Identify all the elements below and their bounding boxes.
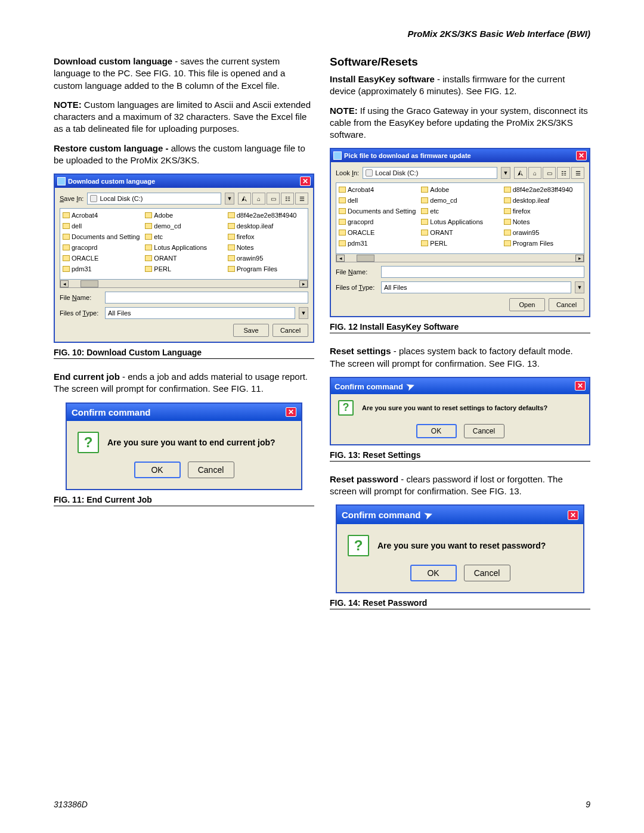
fig11-caption: FIG. 11: End Current Job <box>54 493 314 506</box>
close-icon[interactable]: ✕ <box>286 407 296 417</box>
cancel-button[interactable]: Cancel <box>549 298 584 311</box>
fig10-caption: FIG. 10: Download Custom Language <box>54 345 314 359</box>
ok-button[interactable]: OK <box>134 462 181 478</box>
folder-item[interactable]: Documents and Settings <box>63 231 140 242</box>
folder-item[interactable]: Adobe <box>145 210 222 221</box>
folder-item[interactable]: desktop.ileaf <box>228 221 305 231</box>
fig10-dialog: Download custom language ✕ Save In: Loca… <box>54 174 314 343</box>
folder-item[interactable]: d8f4e2ae2e83ff4940 <box>504 184 581 195</box>
folder-item[interactable]: desktop.ileaf <box>504 195 581 206</box>
home-icon[interactable]: ⌂ <box>252 193 265 205</box>
folder-label: gracoprd <box>348 218 373 225</box>
folder-icon <box>145 223 152 229</box>
folder-icon <box>228 212 235 218</box>
cancel-button[interactable]: Cancel <box>188 462 234 478</box>
folder-icon <box>339 197 346 203</box>
new-folder-icon[interactable]: ▭ <box>267 193 280 205</box>
list-view-icon[interactable]: ☷ <box>281 193 294 205</box>
close-icon[interactable]: ✕ <box>300 176 311 186</box>
cancel-button[interactable]: Cancel <box>464 424 504 438</box>
cancel-button[interactable]: Cancel <box>273 324 308 337</box>
savein-combo[interactable]: Local Disk (C:) <box>87 193 221 205</box>
folder-item[interactable]: Lotus Applications <box>421 216 499 227</box>
filename-input[interactable] <box>381 266 584 278</box>
chevron-down-icon[interactable]: ▼ <box>299 307 308 319</box>
filetype-combo[interactable]: All Files <box>105 307 295 319</box>
new-folder-icon[interactable]: ▭ <box>543 167 556 179</box>
hscrollbar[interactable]: ◂▸ <box>336 254 584 262</box>
folder-item[interactable]: etc <box>145 231 222 242</box>
filetype-combo[interactable]: All Files <box>381 281 571 293</box>
save-button[interactable]: Save <box>233 324 269 337</box>
folder-item[interactable]: Lotus Applications <box>145 242 222 253</box>
folder-item[interactable]: Adobe <box>421 184 499 195</box>
folder-item[interactable]: etc <box>421 206 499 216</box>
folder-item[interactable]: pdm31 <box>339 238 416 249</box>
close-icon[interactable]: ✕ <box>575 381 586 391</box>
folder-label: d8f4e2ae2e83ff4940 <box>237 212 297 219</box>
folder-item[interactable]: demo_cd <box>421 195 499 206</box>
folder-label: Documents and Settings <box>72 233 140 240</box>
folder-icon <box>63 255 70 261</box>
up-folder-icon[interactable]: ⮙ <box>238 193 251 205</box>
folder-label: Program Files <box>237 265 277 272</box>
ok-button[interactable]: OK <box>416 424 457 438</box>
filetype-label: Files of Type: <box>336 284 377 291</box>
details-view-icon[interactable]: ☰ <box>571 167 584 179</box>
fig12-filepane[interactable]: Acrobat4Adobed8f4e2ae2e83ff4940delldemo_… <box>336 182 584 254</box>
folder-icon <box>339 240 346 246</box>
close-icon[interactable]: ✕ <box>576 151 587 160</box>
folder-item[interactable]: Program Files <box>504 238 581 249</box>
fig12-dialog: Pick file to download as firmware update… <box>330 148 590 317</box>
folder-item[interactable]: Notes <box>228 242 305 253</box>
folder-item[interactable]: ORACLE <box>63 253 140 264</box>
folder-icon <box>421 230 428 236</box>
folder-item[interactable]: orawin95 <box>504 227 581 238</box>
chevron-down-icon[interactable]: ▼ <box>575 281 584 293</box>
folder-item[interactable]: ORANT <box>145 253 222 264</box>
cancel-button[interactable]: Cancel <box>464 565 510 581</box>
folder-item[interactable]: Documents and Settings <box>339 206 416 216</box>
close-icon[interactable]: ✕ <box>568 510 578 520</box>
fig10-filepane[interactable]: Acrobat4Adobed8f4e2ae2e83ff4940delldemo_… <box>60 208 308 280</box>
folder-item[interactable]: ORACLE <box>339 227 416 238</box>
hscrollbar[interactable]: ◂▸ <box>60 280 308 288</box>
list-view-icon[interactable]: ☷ <box>557 167 570 179</box>
folder-item[interactable]: ORANT <box>421 227 499 238</box>
folder-label: orawin95 <box>237 255 264 262</box>
folder-item[interactable]: firefox <box>504 206 581 216</box>
open-button[interactable]: Open <box>509 298 545 311</box>
folder-item[interactable]: d8f4e2ae2e83ff4940 <box>228 210 305 221</box>
folder-label: Lotus Applications <box>430 218 483 225</box>
ok-button[interactable]: OK <box>410 565 457 581</box>
folder-item[interactable]: Acrobat4 <box>339 184 416 195</box>
para-restore-custom: Restore custom language - allows the cus… <box>54 143 314 167</box>
filename-input[interactable] <box>105 292 308 304</box>
home-icon[interactable]: ⌂ <box>528 167 541 179</box>
folder-label: pdm31 <box>72 265 92 272</box>
folder-item[interactable]: demo_cd <box>145 221 222 231</box>
folder-item[interactable]: Program Files <box>228 264 305 274</box>
chevron-down-icon[interactable]: ▼ <box>225 193 234 205</box>
folder-item[interactable]: Acrobat4 <box>63 210 140 221</box>
folder-item[interactable]: firefox <box>228 231 305 242</box>
details-view-icon[interactable]: ☰ <box>295 193 308 205</box>
folder-item[interactable]: dell <box>63 221 140 231</box>
folder-icon <box>145 244 152 250</box>
folder-item[interactable]: dell <box>339 195 416 206</box>
folder-item[interactable]: pdm31 <box>63 264 140 274</box>
doc-number: 313386D <box>54 800 88 809</box>
folder-label: desktop.ileaf <box>237 222 274 230</box>
up-folder-icon[interactable]: ⮙ <box>514 167 527 179</box>
folder-item[interactable]: PERL <box>421 238 499 249</box>
cursor-icon: ➤ <box>405 379 416 392</box>
folder-item[interactable]: gracoprd <box>339 216 416 227</box>
fig14-titlebar: Confirm command➤✕ <box>337 506 583 524</box>
folder-item[interactable]: Notes <box>504 216 581 227</box>
folder-item[interactable]: orawin95 <box>228 253 305 264</box>
lookin-combo[interactable]: Local Disk (C:) <box>363 167 497 179</box>
folder-item[interactable]: PERL <box>145 264 222 274</box>
chevron-down-icon[interactable]: ▼ <box>501 167 510 179</box>
folder-item[interactable]: gracoprd <box>63 242 140 253</box>
folder-label: gracoprd <box>72 244 97 251</box>
